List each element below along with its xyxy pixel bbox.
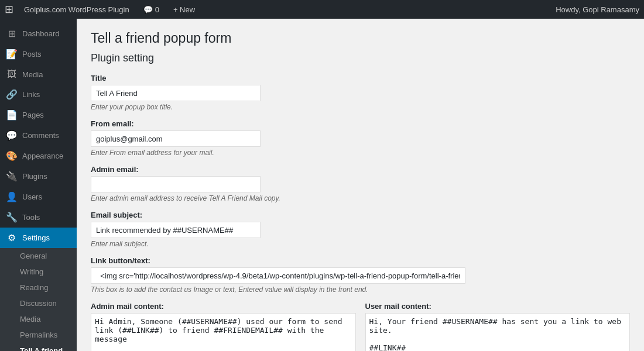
sidebar-item-links[interactable]: 🔗 Links (0, 84, 77, 105)
user-mail-content-label: User mail content: (365, 302, 631, 311)
link-button-field-group: Link button/text: This box is to add the… (91, 256, 630, 294)
email-subject-field-group: Email subject: Enter mail subject. (91, 211, 630, 248)
sidebar-label-appearance: Appearance (22, 152, 63, 160)
email-subject-hint: Enter mail subject. (91, 240, 630, 248)
admin-mail-content-label: Admin mail content: (91, 302, 356, 311)
new-content-button[interactable]: + New (170, 5, 198, 14)
wp-logo-icon[interactable]: ⊞ (5, 3, 13, 16)
admin-email-field-group: Admin email: Enter admin email address t… (91, 165, 630, 202)
links-icon: 🔗 (6, 89, 18, 100)
sidebar-item-plugins[interactable]: 🔌 Plugins (0, 166, 77, 187)
link-button-input[interactable] (91, 267, 465, 284)
sidebar-item-media[interactable]: 🖼 Media (0, 64, 77, 84)
sidebar-sub-item-tell-a-friend[interactable]: Tell A friend (0, 343, 77, 351)
from-email-field-group: From email: Enter From email address for… (91, 119, 630, 157)
sidebar-item-pages[interactable]: 📄 Pages (0, 105, 77, 125)
email-subject-input[interactable] (91, 222, 261, 238)
admin-email-hint: Enter admin email address to receive Tel… (91, 194, 630, 202)
sidebar-item-dashboard[interactable]: ⊞ Dashboard (0, 23, 77, 44)
media-icon: 🖼 (6, 69, 18, 80)
sidebar-label-plugins: Plugins (22, 172, 47, 181)
from-email-input[interactable] (91, 130, 261, 147)
link-button-hint: This box is to add the contact us Image … (91, 285, 630, 294)
sidebar-item-comments[interactable]: 💬 Comments (0, 125, 77, 146)
sidebar-sub-item-reading[interactable]: Reading (0, 280, 77, 295)
sidebar-item-appearance[interactable]: 🎨 Appearance (0, 146, 77, 166)
sidebar: ⊞ Dashboard 📝 Posts 🖼 Media 🔗 Links 📄 Pa… (0, 19, 77, 351)
sidebar-item-tools[interactable]: 🔧 Tools (0, 207, 77, 228)
sidebar-sub-item-discussion[interactable]: Discussion (0, 295, 77, 311)
user-mail-textarea[interactable]: Hi, Your friend ##USERNAME## has sent yo… (365, 313, 631, 351)
sidebar-label-comments: Comments (22, 131, 59, 140)
admin-email-input[interactable] (91, 176, 261, 192)
sidebar-sub-item-writing[interactable]: Writing (0, 264, 77, 280)
posts-icon: 📝 (6, 49, 18, 60)
sidebar-sub-item-media[interactable]: Media (0, 311, 77, 327)
email-subject-label: Email subject: (91, 211, 630, 219)
page-header-title: Tell a friend popup form (91, 30, 630, 46)
users-icon: 👤 (6, 191, 18, 202)
title-label: Title (91, 74, 630, 82)
sidebar-label-dashboard: Dashboard (22, 29, 60, 38)
user-mail-col: User mail content: Hi, Your friend ##USE… (365, 302, 631, 351)
sidebar-item-settings[interactable]: ⚙ Settings (0, 228, 77, 248)
sidebar-sub-item-general[interactable]: General (0, 248, 77, 264)
plugins-icon: 🔌 (6, 171, 18, 182)
section-title: Plugin setting (91, 52, 630, 64)
comment-bubble-icon: 💬 (143, 5, 153, 14)
from-email-hint: Enter From email address for your mail. (91, 149, 630, 157)
sidebar-label-media: Media (22, 70, 43, 79)
comments-icon[interactable]: 💬 0 (140, 5, 163, 14)
admin-mail-textarea[interactable]: Hi Admin, Someone (##USERNAME##) used ou… (91, 313, 356, 351)
site-name[interactable]: Goiplus.com WordPress Plugin (20, 5, 133, 14)
sidebar-label-posts: Posts (22, 50, 42, 58)
sidebar-label-tools: Tools (22, 213, 40, 222)
sidebar-label-links: Links (22, 90, 40, 99)
admin-mail-col: Admin mail content: Hi Admin, Someone (#… (91, 302, 356, 351)
settings-icon: ⚙ (6, 232, 18, 243)
settings-submenu: General Writing Reading Discussion Media… (0, 248, 77, 351)
title-hint: Enter your popup box title. (91, 103, 630, 111)
title-field-group: Title Enter your popup box title. (91, 74, 630, 111)
howdy-label: Howdy, Gopi Ramasamy (556, 5, 639, 14)
admin-bar: ⊞ Goiplus.com WordPress Plugin 💬 0 + New… (0, 0, 644, 19)
pages-icon: 📄 (6, 109, 18, 121)
sidebar-label-pages: Pages (22, 111, 44, 119)
link-button-label: Link button/text: (91, 256, 630, 265)
sidebar-sub-item-permalinks[interactable]: Permalinks (0, 327, 77, 343)
admin-email-label: Admin email: (91, 165, 630, 174)
sidebar-label-users: Users (22, 192, 42, 201)
sidebar-item-users[interactable]: 👤 Users (0, 187, 77, 207)
sidebar-item-posts[interactable]: 📝 Posts (0, 44, 77, 64)
from-email-label: From email: (91, 119, 630, 128)
mail-content-row: Admin mail content: Hi Admin, Someone (#… (91, 302, 630, 351)
appearance-icon: 🎨 (6, 150, 18, 161)
sidebar-label-settings: Settings (22, 233, 50, 242)
tools-icon: 🔧 (6, 212, 18, 223)
main-content: Tell a friend popup form Plugin setting … (77, 19, 644, 351)
dashboard-icon: ⊞ (6, 28, 18, 39)
title-input[interactable] (91, 85, 261, 101)
comments-nav-icon: 💬 (6, 130, 18, 141)
